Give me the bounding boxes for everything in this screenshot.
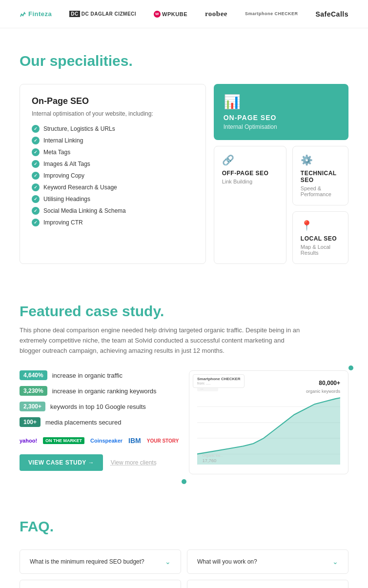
off-page-subtitle: Link Building (222, 179, 278, 184)
check-icon (32, 148, 40, 156)
svg-text:17,760: 17,760 (202, 458, 216, 463)
checklist: Structure, Logistics & URLs Internal Lin… (32, 125, 194, 226)
view-more-clients-link[interactable]: View more clients (111, 459, 157, 466)
case-study-section: Featured case study. This phone deal com… (0, 288, 368, 499)
logo-yourstory: YOUR STORY (147, 438, 179, 444)
green-dot-top-right (348, 365, 353, 370)
stat-row-3: 2,300+ keywords in top 10 Google results (20, 402, 179, 411)
logo-yahoo: yahoo! (20, 438, 37, 444)
specialities-grid: On-Page SEO Internal optimisation of you… (20, 84, 348, 264)
view-case-study-button[interactable]: VIEW CASE STUDY → (20, 454, 103, 471)
logo-roobee: roobee (205, 10, 227, 18)
stat-text-keywords: keywords in top 10 Google results (50, 403, 146, 410)
right-cards: 📊 ON-PAGE SEO Internal Optimisation 🔗 OF… (214, 84, 348, 264)
check-icon (32, 195, 40, 203)
faq-grid: What is the minimum required SEO budget?… (20, 549, 348, 588)
off-page-card[interactable]: 🔗 OFF-PAGE SEO Link Building (214, 146, 286, 264)
stat-text-traffic: increase in organic traffic (52, 372, 123, 379)
logo-ibm: IBM (128, 437, 141, 445)
map-pin-icon: 📍 (301, 220, 340, 231)
bar-chart-icon: 📊 (224, 94, 339, 110)
list-item: Meta Tags (32, 148, 194, 156)
smartphone-checker-overlay: Smartphone CHECKER from: ..... (193, 374, 245, 388)
specialities-section: Our specialities. On-Page SEO Internal o… (0, 28, 368, 288)
logo-wpkube: W WPKUBE (154, 11, 187, 18)
local-seo-card[interactable]: 📍 LOCAL SEO Map & Local Results (292, 211, 348, 264)
check-icon (32, 125, 40, 133)
organic-traffic-chart: 17,760 Organic kw... (197, 396, 340, 465)
local-seo-subtitle: Map & Local Results (301, 244, 340, 256)
list-item: Social Media Linking & Schema (32, 207, 194, 215)
stat-row-2: 3,230% increase in organic ranking keywo… (20, 386, 179, 396)
gear-icon: ⚙️ (301, 154, 340, 166)
featured-card-title: ON-PAGE SEO (224, 114, 339, 122)
logo-daglar: DC DC DAGLAR CIZMECI (69, 11, 136, 17)
list-item: Internal Linking (32, 137, 194, 144)
faq-title: FAQ. (20, 518, 348, 535)
stat-badge-media: 100+ (20, 417, 41, 427)
logo-coinspeaker: Coinspeaker (90, 438, 123, 444)
list-item: Improving Copy (32, 172, 194, 180)
on-page-card: On-Page SEO Internal optimisation of you… (20, 84, 206, 264)
case-study-description: This phone deal comparison engine needed… (20, 325, 303, 356)
stat-row-1: 4,640% increase in organic traffic (20, 370, 179, 380)
stat-row-4: 100+ media placements secured (20, 417, 179, 427)
bottom-cards: 🔗 OFF-PAGE SEO Link Building ⚙️ TECHNICA… (214, 146, 348, 264)
chevron-down-icon-2: ⌄ (332, 558, 338, 566)
chart-area: 2,300+... 80,000+ organic keywords (189, 370, 348, 474)
featured-on-page-card[interactable]: 📊 ON-PAGE SEO Internal Optimisation (214, 84, 348, 140)
header: Finteza DC DC DAGLAR CIZMECI W WPKUBE ro… (0, 0, 368, 28)
on-page-desc: Internal optimisation of your website, i… (32, 110, 194, 117)
faq-question-2: What will you work on? (197, 558, 332, 565)
stat-badge-keywords: 2,300+ (20, 402, 45, 411)
check-icon (32, 172, 40, 180)
off-page-title: OFF-PAGE SEO (222, 170, 278, 177)
technical-seo-title: TECHNICAL SEO (301, 170, 340, 183)
svg-text:Organic kw...: Organic kw... (202, 453, 223, 458)
stat-text-media: media placements secured (45, 419, 121, 426)
check-icon (32, 137, 40, 144)
technical-seo-subtitle: Speed & Performance (301, 185, 340, 197)
link-icon: 🔗 (222, 154, 278, 166)
brand-logos-row: yahoo! ON THE MARKET Coinspeaker IBM YOU… (20, 437, 179, 445)
check-icon (32, 207, 40, 215)
featured-card-subtitle: Internal Optimisation (224, 123, 339, 130)
specialities-title: Our specialities. (20, 53, 348, 69)
list-item: Utilising Headings (32, 195, 194, 203)
green-dot-bottom-left (182, 479, 186, 484)
faq-item-4[interactable]: Do you take care of content creation? ⌄ (187, 580, 348, 588)
faq-item-1[interactable]: What is the minimum required SEO budget?… (20, 549, 181, 574)
stat-text-ranking: increase in organic ranking keywords (52, 387, 157, 395)
stats-column: 4,640% increase in organic traffic 3,230… (20, 370, 179, 471)
chart-top-label: 80,000+ organic keywords (306, 379, 340, 394)
list-item: Structure, Logistics & URLs (32, 125, 194, 133)
on-page-title: On-Page SEO (32, 96, 194, 106)
faq-item-2[interactable]: What will you work on? ⌄ (187, 549, 348, 574)
case-study-title: Featured case study. (20, 303, 348, 320)
technical-seo-card[interactable]: ⚙️ TECHNICAL SEO Speed & Performance (292, 146, 348, 205)
chevron-down-icon-1: ⌄ (165, 558, 171, 566)
list-item: Improving CTR (32, 219, 194, 226)
logo-finteza: Finteza (20, 10, 52, 18)
logo-onthemarket: ON THE MARKET (43, 437, 84, 444)
stat-badge-ranking: 3,230% (20, 386, 47, 396)
faq-item-3[interactable]: How soon will I see the results? ⌄ (20, 580, 181, 588)
logo-smartphone: Smartphone CHECKER (245, 11, 298, 17)
stat-badge-traffic: 4,640% (20, 370, 47, 380)
case-study-content: 4,640% increase in organic traffic 3,230… (20, 370, 348, 474)
check-icon (32, 160, 40, 168)
faq-section: FAQ. What is the minimum required SEO bu… (0, 499, 368, 588)
check-icon (32, 219, 40, 226)
cta-row: VIEW CASE STUDY → View more clients (20, 454, 179, 471)
list-item: Images & Alt Tags (32, 160, 194, 168)
check-icon (32, 183, 40, 191)
faq-question-1: What is the minimum required SEO budget? (30, 558, 165, 565)
list-item: Keyword Research & Usage (32, 183, 194, 191)
local-seo-title: LOCAL SEO (301, 235, 340, 242)
logo-safecalls: SafeCalls (315, 10, 348, 18)
